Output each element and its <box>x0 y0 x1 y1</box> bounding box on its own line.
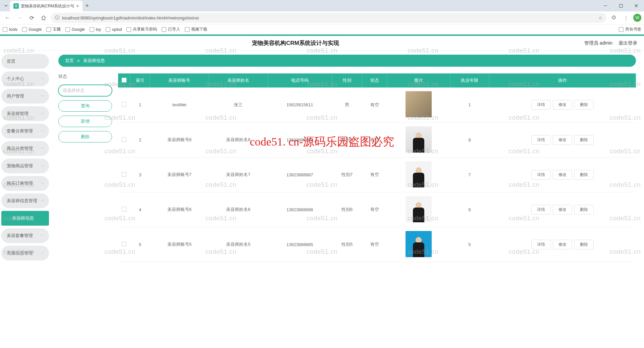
tab-search-dropdown[interactable] <box>2 2 10 10</box>
cell-years: 5 <box>450 227 489 262</box>
bookmark-item[interactable]: 视频下载 <box>185 26 207 32</box>
logout-button[interactable]: 退出登录 <box>619 40 637 46</box>
bookmark-label: Google <box>72 27 85 32</box>
cell-years: 6 <box>450 192 489 227</box>
cell-name: 美容师姓名6 <box>209 192 268 227</box>
sidebar-item[interactable]: 美容师信息 <box>1 211 49 226</box>
delete-row-button[interactable]: 删除 <box>574 205 594 215</box>
sidebar-item[interactable]: 商品分类管理﹀ <box>1 141 49 156</box>
cell-actions: 详情修改删除 <box>489 122 636 157</box>
detail-button[interactable]: 详情 <box>531 205 551 215</box>
cell-phone: 13823888885 <box>268 227 332 262</box>
cell-actions: 详情修改删除 <box>489 192 636 227</box>
profile-avatar[interactable]: W <box>633 14 641 22</box>
add-button[interactable]: 新增 <box>58 116 112 127</box>
sidebar-item[interactable]: 宠物商品管理﹀ <box>1 159 49 173</box>
sidebar-item[interactable]: 美容师信息管理﹀ <box>1 193 49 208</box>
cell-account: 美容师账号7 <box>150 157 209 192</box>
chevron-down-icon: ﹀ <box>41 181 44 186</box>
extensions-button[interactable] <box>609 13 619 22</box>
table-row: 2美容师账号8美容师姓名813823888888性别8有空8详情修改删除 <box>118 122 636 157</box>
site-info-icon[interactable]: ⓘ <box>55 15 59 21</box>
row-checkbox[interactable] <box>122 137 126 142</box>
detail-button[interactable]: 详情 <box>531 135 551 145</box>
sidebar-item-label: 宠物商品管理 <box>7 163 33 169</box>
sidebar-item[interactable]: 美容套餐管理﹀ <box>1 228 49 243</box>
table-header: 美容师姓名 <box>209 73 268 88</box>
window-close-button[interactable] <box>629 0 644 11</box>
breadcrumb-home[interactable]: 首页 <box>65 58 74 64</box>
sidebar-item[interactable]: 首页 <box>1 54 49 69</box>
cell-image <box>387 122 450 157</box>
delete-button[interactable]: 删除 <box>58 131 112 142</box>
bookmark-star-icon[interactable]: ☆ <box>598 15 602 20</box>
bookmark-item[interactable]: uplod <box>106 27 122 32</box>
bookmark-item[interactable]: tools <box>3 27 17 32</box>
table-header: 美容师账号 <box>150 73 209 88</box>
window-minimize-button[interactable] <box>598 0 613 11</box>
svg-rect-1 <box>620 4 623 7</box>
bookmark-item[interactable]: Google <box>22 27 42 32</box>
tab-close-icon[interactable]: × <box>76 3 79 9</box>
row-checkbox[interactable] <box>122 172 126 177</box>
cell-account: 美容师账号6 <box>150 192 209 227</box>
edit-button[interactable]: 修改 <box>553 100 572 110</box>
bookmark-item[interactable]: 宝藏 <box>46 26 61 32</box>
nav-forward-button[interactable]: → <box>15 13 24 22</box>
url-text: localhost:8080/springbootr1gdh/admin/dis… <box>62 15 596 20</box>
nav-reload-button[interactable]: ⟳ <box>27 13 36 22</box>
cell-status: 有空 <box>362 157 387 192</box>
select-all-checkbox[interactable] <box>122 78 126 82</box>
address-bar[interactable]: ⓘ localhost:8080/springbootr1gdh/admin/d… <box>51 13 606 23</box>
detail-button[interactable]: 详情 <box>531 170 551 180</box>
cell-image <box>387 192 450 227</box>
nav-home-button[interactable] <box>39 13 48 22</box>
folder-icon <box>162 27 166 32</box>
current-user-label[interactable]: 管理员 admin <box>584 40 612 46</box>
tab-title: 宠物美容机构CRM系统设计与 <box>21 3 74 9</box>
row-checkbox[interactable] <box>122 102 126 107</box>
delete-row-button[interactable]: 删除 <box>574 170 594 180</box>
sidebar-item[interactable]: 套餐分类管理﹀ <box>1 124 49 138</box>
bookmark-item[interactable]: txy <box>90 27 101 32</box>
sidebar-item[interactable]: 美容师管理﹀ <box>1 106 49 121</box>
sidebar-item-label: 首页 <box>7 58 15 64</box>
row-checkbox[interactable] <box>122 242 126 246</box>
chevron-down-icon: ﹀ <box>41 111 44 116</box>
sidebar-item[interactable]: 充值信息管理﹀ <box>1 246 49 260</box>
delete-row-button[interactable]: 删除 <box>574 240 594 249</box>
cell-index: 2 <box>130 122 150 157</box>
table-header: 图片 <box>387 73 450 88</box>
query-button[interactable]: 查询 <box>58 100 112 112</box>
cell-gender: 男 <box>332 88 362 122</box>
cell-name: 张三 <box>209 88 268 122</box>
window-maximize-button[interactable] <box>613 0 629 11</box>
detail-button[interactable]: 详情 <box>531 100 551 110</box>
thumbnail-image <box>406 91 432 117</box>
breadcrumb: 首页 ≡ 美容师信息 <box>58 55 636 67</box>
bookmark-item[interactable]: 已导入 <box>162 26 180 32</box>
nav-back-button[interactable]: ← <box>3 13 12 22</box>
edit-button[interactable]: 修改 <box>553 170 572 180</box>
detail-button[interactable]: 详情 <box>531 240 551 249</box>
browser-tab[interactable]: V 宠物美容机构CRM系统设计与 × <box>10 1 83 11</box>
folder-icon <box>106 27 110 32</box>
sidebar-item[interactable]: 个人中心﹀ <box>1 71 49 86</box>
edit-button[interactable]: 修改 <box>553 205 572 215</box>
folder-icon <box>22 27 27 32</box>
row-checkbox[interactable] <box>122 207 126 212</box>
delete-row-button[interactable]: 删除 <box>574 135 594 145</box>
browser-menu-button[interactable]: ⋮ <box>621 13 631 22</box>
delete-row-button[interactable]: 删除 <box>574 100 594 110</box>
bookmark-item[interactable]: Google <box>65 27 85 32</box>
sidebar-item[interactable]: 购买订单管理﹀ <box>1 176 49 191</box>
edit-button[interactable]: 修改 <box>553 240 572 249</box>
folder-icon <box>65 27 70 32</box>
new-tab-button[interactable]: + <box>83 1 92 10</box>
edit-button[interactable]: 修改 <box>553 135 572 145</box>
sidebar-item[interactable]: 用户管理﹀ <box>1 89 49 104</box>
filter-status-select[interactable]: 请选择状态 <box>58 85 112 96</box>
bookmark-label: 视频下载 <box>191 26 207 32</box>
all-bookmarks-button[interactable]: 所有书签 <box>619 26 641 32</box>
bookmark-item[interactable]: 共享账号密码 <box>126 26 157 32</box>
